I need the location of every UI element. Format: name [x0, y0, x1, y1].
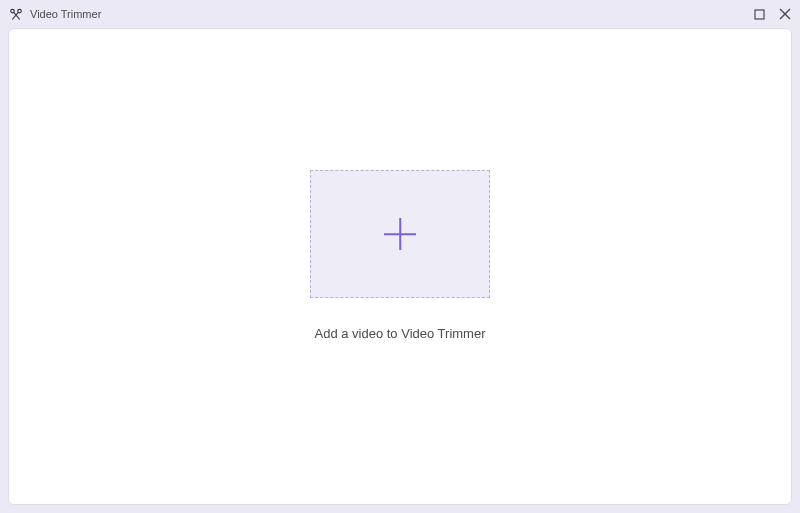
titlebar: Video Trimmer: [0, 0, 800, 28]
content-area: Add a video to Video Trimmer: [8, 28, 792, 505]
maximize-button[interactable]: [752, 7, 766, 21]
app-title: Video Trimmer: [30, 8, 101, 20]
window-frame: Video Trimmer Add a video to Video Trimm…: [0, 0, 800, 513]
svg-rect-2: [755, 10, 764, 19]
window-controls: [752, 7, 792, 21]
scissors-icon: [8, 6, 24, 22]
titlebar-left: Video Trimmer: [8, 6, 101, 22]
instruction-text: Add a video to Video Trimmer: [314, 326, 485, 341]
close-button[interactable]: [778, 7, 792, 21]
add-video-dropzone[interactable]: [310, 170, 490, 298]
plus-icon: [384, 218, 416, 250]
